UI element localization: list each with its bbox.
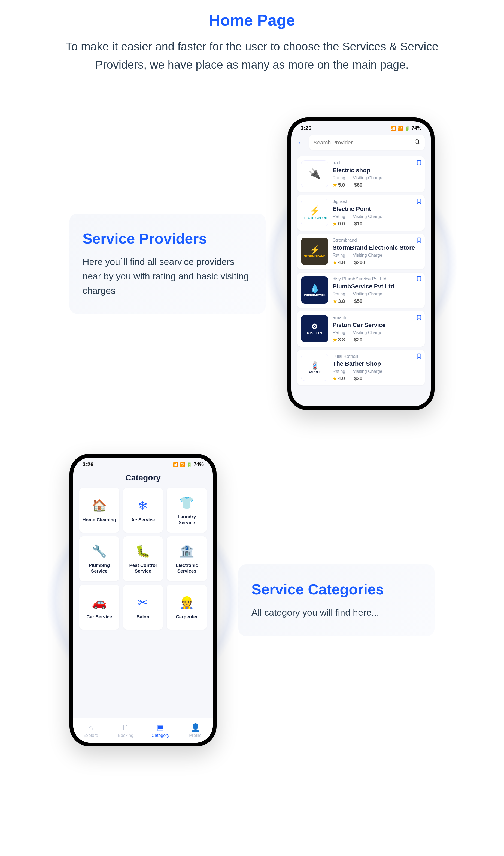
- profile-icon: 👤: [191, 723, 200, 732]
- hero-subtitle: To make it easier and faster for the use…: [61, 37, 443, 74]
- star-icon: ★: [332, 298, 337, 304]
- phone-screen-providers: 3:25 📶 🛜 🔋 74% ←: [291, 121, 431, 406]
- provider-owner: Tulsi Kothari: [332, 354, 421, 359]
- info-title: Service Categories: [251, 581, 421, 598]
- category-item-electronic[interactable]: 🏦Electronic Services: [167, 536, 207, 581]
- provider-owner: Jignesh: [332, 199, 421, 204]
- hero-title: Home Page: [61, 11, 443, 29]
- provider-logo: 💈BARBER: [301, 354, 328, 381]
- bookmark-icon[interactable]: [416, 236, 422, 245]
- category-icon: ▦: [157, 723, 164, 732]
- provider-owner: text: [332, 160, 421, 166]
- bookmark-icon[interactable]: [416, 275, 422, 284]
- nav-profile[interactable]: 👤Profile: [178, 718, 213, 743]
- provider-card[interactable]: ⚡ELECTRICPOINT Jignesh Electric Point Ra…: [297, 195, 425, 231]
- phone-screen-categories: 3:26 📶 🛜 🔋 74% Category 🏠Home Cleaning ❄…: [73, 458, 213, 743]
- electronic-icon: 🏦: [179, 543, 195, 559]
- status-time: 3:25: [301, 125, 311, 131]
- svg-line-1: [418, 143, 419, 144]
- provider-card[interactable]: ⚡STORMBRAND Strombrand StormBrand Electr…: [297, 234, 425, 269]
- network-icon: 📶: [173, 462, 178, 467]
- svg-point-0: [415, 140, 419, 143]
- category-item-laundry[interactable]: 👕Laundry Service: [167, 488, 207, 533]
- status-time: 3:26: [83, 461, 93, 468]
- status-bar: 3:26 📶 🛜 🔋 74%: [73, 458, 213, 469]
- provider-owner: amarik: [332, 315, 421, 320]
- provider-logo: ⚡ELECTRICPOINT: [301, 199, 328, 226]
- provider-shop: Electric shop: [332, 167, 421, 174]
- bottom-nav: ⌂Explore 🗎Booking ▦Category 👤Profile: [73, 718, 213, 743]
- provider-card[interactable]: 🔌 text Electric shop RatingVisiting Char…: [297, 157, 425, 192]
- search-row: ←: [291, 132, 431, 154]
- battery-icon: 🔋: [404, 126, 410, 131]
- booking-icon: 🗎: [122, 723, 129, 732]
- provider-shop: Electric Point: [332, 206, 421, 213]
- provider-logo: ⚙PISTON: [301, 315, 328, 342]
- category-header: Category: [73, 469, 213, 488]
- nav-booking[interactable]: 🗎Booking: [108, 718, 143, 743]
- wifi-icon: 🛜: [180, 462, 185, 467]
- category-item-ac-service[interactable]: ❄Ac Service: [123, 488, 163, 533]
- search-icon[interactable]: [414, 139, 420, 147]
- section-categories: Service Categories All category you will…: [20, 454, 484, 746]
- category-item-car-service[interactable]: 🚗Car Service: [79, 585, 119, 629]
- provider-shop: The Barber Shop: [332, 360, 421, 367]
- plumbing-icon: 🔧: [92, 543, 107, 559]
- carpenter-icon: 👷: [179, 595, 195, 610]
- search-input[interactable]: [313, 140, 414, 146]
- nav-explore[interactable]: ⌂Explore: [73, 718, 108, 743]
- star-icon: ★: [332, 337, 337, 343]
- provider-owner: Strombrand: [332, 238, 421, 243]
- category-grid: 🏠Home Cleaning ❄Ac Service 👕Laundry Serv…: [73, 488, 213, 629]
- ac-icon: ❄: [136, 498, 151, 513]
- info-card-categories: Service Categories All category you will…: [238, 565, 434, 636]
- provider-shop: PlumbService Pvt Ltd: [332, 283, 421, 290]
- category-item-pest-control[interactable]: 🐛Pest Control Service: [123, 536, 163, 581]
- network-icon: 📶: [390, 126, 396, 131]
- provider-logo: 🔌: [301, 160, 328, 188]
- info-title: Service Providers: [83, 230, 253, 247]
- provider-shop: StormBrand Electronic Store: [332, 244, 421, 251]
- provider-logo: 💧PlumbService: [301, 277, 328, 304]
- pest-icon: 🐛: [136, 543, 151, 559]
- explore-icon: ⌂: [89, 723, 93, 732]
- info-desc: Here you`ll find all searvice providers …: [83, 254, 253, 298]
- phone-frame: 3:25 📶 🛜 🔋 74% ←: [287, 118, 434, 410]
- category-item-salon[interactable]: ✂Salon: [123, 585, 163, 629]
- bookmark-icon[interactable]: [416, 314, 422, 322]
- battery-text: 74%: [194, 462, 203, 467]
- bookmark-icon[interactable]: [416, 353, 422, 361]
- info-card-providers: Service Providers Here you`ll find all s…: [70, 214, 266, 314]
- provider-owner: divy PlumbService Pvt Ltd: [332, 277, 421, 282]
- salon-icon: ✂: [136, 595, 151, 610]
- info-desc: All category you will find here...: [251, 605, 421, 620]
- hero: Home Page To make it easier and faster f…: [61, 11, 443, 74]
- provider-list: 🔌 text Electric shop RatingVisiting Char…: [291, 154, 431, 385]
- car-icon: 🚗: [92, 595, 107, 610]
- laundry-icon: 👕: [179, 495, 195, 510]
- category-item-plumbing[interactable]: 🔧Plumbing Service: [79, 536, 119, 581]
- bookmark-icon[interactable]: [416, 159, 422, 167]
- battery-icon: 🔋: [186, 462, 192, 467]
- category-item-carpenter[interactable]: 👷Carpenter: [167, 585, 207, 629]
- home-icon: 🏠: [92, 498, 107, 513]
- category-item-home-cleaning[interactable]: 🏠Home Cleaning: [79, 488, 119, 533]
- star-icon: ★: [332, 260, 337, 265]
- nav-category[interactable]: ▦Category: [143, 718, 178, 743]
- status-bar: 3:25 📶 🛜 🔋 74%: [291, 121, 431, 132]
- provider-shop: Piston Car Service: [332, 322, 421, 329]
- search-box[interactable]: [309, 135, 425, 150]
- battery-text: 74%: [412, 125, 421, 131]
- provider-card[interactable]: 💈BARBER Tulsi Kothari The Barber Shop Ra…: [297, 350, 425, 385]
- provider-card[interactable]: 💧PlumbService divy PlumbService Pvt Ltd …: [297, 272, 425, 308]
- star-icon: ★: [332, 182, 337, 188]
- wifi-icon: 🛜: [397, 126, 403, 131]
- provider-card[interactable]: ⚙PISTON amarik Piston Car Service Rating…: [297, 311, 425, 347]
- star-icon: ★: [332, 221, 337, 227]
- section-providers: Service Providers Here you`ll find all s…: [20, 118, 484, 410]
- back-icon[interactable]: ←: [297, 138, 305, 147]
- star-icon: ★: [332, 376, 337, 381]
- bookmark-icon[interactable]: [416, 198, 422, 206]
- provider-logo: ⚡STORMBRAND: [301, 238, 328, 265]
- phone-frame: 3:26 📶 🛜 🔋 74% Category 🏠Home Cleaning ❄…: [70, 454, 217, 746]
